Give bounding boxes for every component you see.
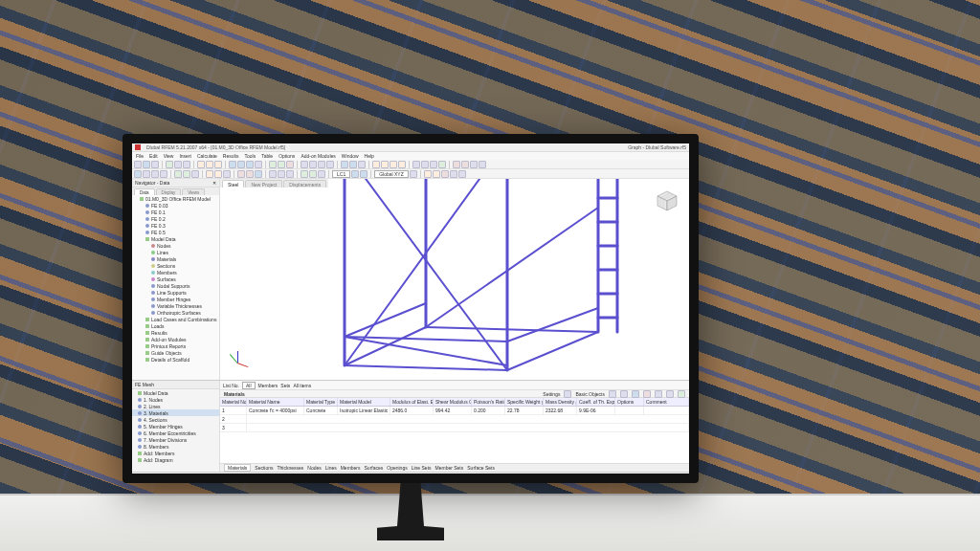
sheet-tab[interactable]: Nodes: [307, 465, 321, 471]
rotate-icon[interactable]: [246, 161, 254, 168]
text-icon[interactable]: [461, 161, 469, 168]
nav-item[interactable]: Details of Scaffold: [132, 356, 219, 363]
isolate-icon[interactable]: [286, 170, 294, 178]
zoom-icon[interactable]: [229, 161, 236, 168]
nav-item[interactable]: Variable Thicknesses: [132, 302, 219, 309]
move-icon[interactable]: [143, 170, 150, 178]
hide-icon[interactable]: [278, 170, 285, 178]
check-icon[interactable]: [286, 161, 294, 168]
menu-edit[interactable]: Edit: [149, 153, 158, 159]
nav-item[interactable]: Results: [132, 329, 219, 336]
select-icon[interactable]: [134, 170, 142, 178]
nav-item[interactable]: Line Supports: [132, 289, 219, 296]
bot-nav-item[interactable]: Model Data: [132, 389, 219, 396]
rc-icon[interactable]: [255, 170, 262, 178]
trans-icon[interactable]: [430, 161, 437, 168]
nav-tab-data[interactable]: Data: [134, 188, 155, 195]
nav-root[interactable]: 01.M0_3D Office RFEM Model: [132, 195, 219, 202]
results-icon[interactable]: [278, 161, 285, 168]
nav-item[interactable]: FE 0.5: [132, 229, 219, 235]
lc-icon[interactable]: [237, 170, 245, 178]
color-icon[interactable]: [424, 170, 432, 178]
mesh-icon[interactable]: [438, 161, 446, 168]
nav-item[interactable]: FE 0.1: [132, 209, 219, 215]
table-row[interactable]: 1 Concrete f'c = 4000psi Concrete Isotro…: [220, 407, 689, 415]
menu-help[interactable]: Help: [365, 153, 374, 159]
filter-icon[interactable]: [479, 161, 486, 168]
sheet-tab[interactable]: Thicknesses: [277, 465, 303, 471]
mirror-icon[interactable]: [160, 170, 167, 178]
menu-tools[interactable]: Tools: [245, 153, 256, 159]
basic-btn[interactable]: Basic Objects: [575, 391, 605, 397]
nav-tab-views[interactable]: Views: [182, 188, 205, 195]
node-icon[interactable]: [301, 161, 308, 168]
nav-cube[interactable]: [653, 187, 681, 215]
grid-icon[interactable]: [206, 170, 213, 178]
tbl-tab[interactable]: Members: [258, 383, 278, 388]
table-row-empty[interactable]: 3: [220, 424, 689, 432]
nav-item[interactable]: Printout Reports: [132, 342, 219, 349]
nav-item[interactable]: Surfaces: [132, 276, 219, 282]
tbl-tab[interactable]: Sets: [280, 383, 290, 388]
sheet-tab[interactable]: Member Sets: [435, 465, 464, 471]
screenshot-icon[interactable]: [458, 170, 466, 178]
undo-icon[interactable]: [174, 161, 182, 168]
materials-table[interactable]: Material No. Material Name Material Type…: [220, 398, 689, 463]
dim-icon[interactable]: [453, 161, 460, 168]
scale-icon[interactable]: [441, 170, 449, 178]
co-icon[interactable]: [246, 170, 254, 178]
tbl-up-icon[interactable]: [655, 390, 662, 398]
save-icon[interactable]: [151, 161, 159, 168]
menu-insert[interactable]: Insert: [179, 153, 191, 159]
export-icon[interactable]: [309, 170, 317, 178]
fit-icon[interactable]: [255, 161, 262, 168]
tbl-del-icon[interactable]: [643, 390, 651, 398]
nav-item[interactable]: Nodal Supports: [132, 282, 219, 289]
pan-icon[interactable]: [237, 161, 245, 168]
copy-icon[interactable]: [206, 161, 213, 168]
import-icon[interactable]: [318, 170, 325, 178]
bot-nav-item[interactable]: Add: Diagram: [132, 456, 219, 463]
nav-tab-display[interactable]: Display: [156, 188, 182, 195]
menu-file[interactable]: File: [136, 153, 144, 159]
calc-icon[interactable]: [269, 161, 277, 168]
nav-item[interactable]: Load Cases and Combinations: [132, 316, 219, 322]
sheet-tab[interactable]: Surfaces: [365, 465, 384, 471]
anim-icon[interactable]: [450, 170, 457, 178]
bot-nav-item[interactable]: 3. Materials: [132, 409, 219, 416]
menu-addons[interactable]: Add-on Modules: [301, 153, 335, 159]
tbl-cols-icon[interactable]: [620, 390, 628, 398]
report-icon[interactable]: [301, 170, 308, 178]
hinge-icon[interactable]: [358, 161, 366, 168]
new-icon[interactable]: [134, 161, 142, 168]
settings-btn[interactable]: Settings: [543, 391, 560, 397]
tbl-select[interactable]: All: [242, 382, 256, 389]
bot-nav-item[interactable]: 2. Lines: [132, 403, 219, 409]
nav-item[interactable]: Members: [132, 269, 219, 276]
sheet-tab[interactable]: Openings: [387, 465, 407, 471]
view-top-icon[interactable]: [381, 161, 389, 168]
snap-icon[interactable]: [214, 170, 222, 178]
sheet-tab[interactable]: Lines: [325, 465, 337, 471]
nav-item[interactable]: Materials: [132, 255, 219, 262]
sheet-tab[interactable]: Line Sets: [412, 465, 432, 471]
bot-nav-item[interactable]: 1. Nodes: [132, 396, 219, 403]
next-lc-icon[interactable]: [360, 170, 368, 178]
tbl-tab[interactable]: All items: [293, 383, 311, 388]
nav-item[interactable]: Guide Objects: [132, 349, 219, 356]
support-icon[interactable]: [349, 161, 357, 168]
menu-results[interactable]: Results: [223, 153, 239, 159]
sheet-tab[interactable]: Sections: [255, 465, 273, 471]
bot-nav-item[interactable]: 8. Members: [132, 443, 219, 450]
sheet-tab-materials[interactable]: Materials: [224, 464, 251, 472]
menu-view[interactable]: View: [164, 153, 174, 159]
tbl-add-icon[interactable]: [632, 390, 639, 398]
nav-item[interactable]: Loads: [132, 322, 219, 329]
bot-nav-item[interactable]: 7. Member Divisions: [132, 436, 219, 443]
open-icon[interactable]: [143, 161, 150, 168]
nav-item[interactable]: Orthotropic Surfaces: [132, 309, 219, 316]
nav-item[interactable]: FE 0.3: [132, 222, 219, 229]
axis-gizmo[interactable]: [226, 351, 249, 374]
tbl-export-icon[interactable]: [678, 390, 685, 398]
nav-item[interactable]: Member Hinges: [132, 296, 219, 302]
